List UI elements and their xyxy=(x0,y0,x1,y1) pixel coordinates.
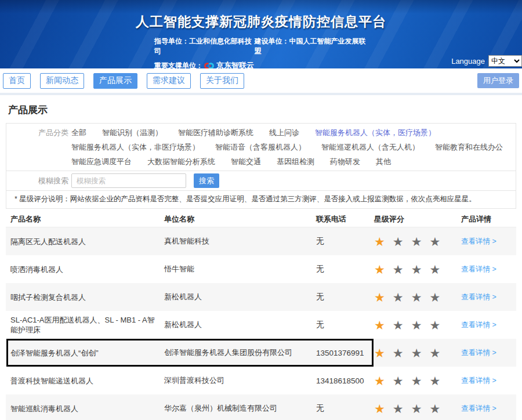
table-row-highlighted: 创泽智能服务机器人“创创” 创泽智能服务机器人集团股份有限公司 13501376… xyxy=(6,339,516,367)
product-name: 智能巡航消毒机器人 xyxy=(10,404,164,414)
star-rating: ★★★★ xyxy=(374,375,461,387)
contact-phone: 13418618500 xyxy=(316,376,374,385)
category-item-selected[interactable]: 智能服务机器人（实体，医疗场景） xyxy=(315,128,436,138)
view-details-link[interactable]: 查看详情 > xyxy=(461,237,496,245)
star-icon: ★ xyxy=(374,375,385,387)
table-row: 喷洒消毒机器人 悟牛智能 无 ★★★★ 查看详情 > xyxy=(6,255,516,283)
site-title: 人工智能支撑新冠肺炎疫情防控信息平台 xyxy=(0,0,522,31)
product-name: 创泽智能服务机器人“创创” xyxy=(10,348,164,358)
view-details-link[interactable]: 查看详情 > xyxy=(461,349,496,357)
category-item[interactable]: 智能巡逻机器人（含无人机） xyxy=(321,142,419,153)
contact-phone: 13501376991 xyxy=(316,349,374,357)
table-row: 咽拭子检测复合机器人 新松机器人 无 ★★★★ 查看详情 > xyxy=(6,283,516,311)
nav-about-button[interactable]: 关于我们 xyxy=(200,73,244,89)
view-details-link[interactable]: 查看详情 > xyxy=(461,321,496,329)
language-switcher: Language 中文 xyxy=(451,55,522,67)
product-name: SL-AC1-A医用配送机器人、SL - MB1 - A智能护理床 xyxy=(10,315,164,335)
star-icon: ★ xyxy=(411,347,422,359)
table-row: SL-AC1-A医用配送机器人、SL - MB1 - A智能护理床 新松机器人 … xyxy=(6,311,516,339)
star-icon: ★ xyxy=(393,347,404,359)
star-icon: ★ xyxy=(411,291,422,303)
category-item[interactable]: 线上问诊 xyxy=(269,128,299,138)
star-icon: ★ xyxy=(429,291,440,303)
category-item[interactable]: 智能交通 xyxy=(231,157,261,167)
user-login-button[interactable]: 用户登录 xyxy=(477,73,519,88)
star-icon: ★ xyxy=(393,375,404,387)
star-rating: ★★★★ xyxy=(374,403,461,415)
view-details-link[interactable]: 查看详情 > xyxy=(461,376,496,385)
product-name: 普渡科技智能递送机器人 xyxy=(10,376,164,386)
col-company-name: 单位名称 xyxy=(164,214,316,225)
rating-note: * 星级评分说明：网站依据企业的产品资料是否完整、是否提交应用证明、是否通过第三… xyxy=(6,190,516,208)
product-name: 喷洒消毒机器人 xyxy=(10,265,164,274)
nav-home-button[interactable]: 首页 xyxy=(3,73,31,89)
jdcloud-logo-icon xyxy=(204,61,214,68)
star-icon: ★ xyxy=(393,403,404,415)
category-item[interactable]: 智能教育和在线办公 xyxy=(435,142,503,153)
company-name: 悟牛智能 xyxy=(164,264,316,274)
star-icon: ★ xyxy=(429,236,440,248)
nav-suggestions-button[interactable]: 需求建议 xyxy=(147,73,191,89)
search-button[interactable]: 搜索 xyxy=(194,173,219,188)
company-name: 新松机器人 xyxy=(164,320,316,330)
table-row: 智能巡航消毒机器人 华尔嘉（泉州）机械制造有限公司 无 ★★★★ 查看详情 > xyxy=(6,394,516,420)
contact-phone: 无 xyxy=(316,320,374,330)
support-brand-text: 京东智联云 xyxy=(216,60,254,68)
star-icon: ★ xyxy=(411,403,422,415)
category-filter-label: 产品分类 xyxy=(6,124,71,140)
header-info: 指导单位：工业和信息化部科技司 建设单位：中国人工智能产业发展联盟 重要支撑单位… xyxy=(154,37,368,68)
category-item[interactable]: 大数据智能分析系统 xyxy=(147,157,215,167)
category-item[interactable]: 智能医疗辅助诊断系统 xyxy=(178,128,253,138)
company-name: 深圳普渡科技公司 xyxy=(164,375,316,386)
star-rating: ★★★★ xyxy=(374,319,461,331)
table-row: 隔离区无人配送机器人 真机智能科技 无 ★★★★ 查看详情 > xyxy=(6,227,516,255)
nav-news-button[interactable]: 新闻动态 xyxy=(40,73,84,89)
star-icon: ★ xyxy=(429,347,440,359)
col-product-name: 产品名称 xyxy=(10,214,164,225)
product-table: 产品名称 单位名称 联系电话 星级评分 产品详情 隔离区无人配送机器人 真机智能… xyxy=(6,212,516,420)
category-item[interactable]: 药物研发 xyxy=(330,157,360,167)
company-name: 华尔嘉（泉州）机械制造有限公司 xyxy=(164,403,316,414)
category-item[interactable]: 全部 xyxy=(71,128,86,138)
star-rating: ★★★★ xyxy=(374,263,461,276)
contact-phone: 无 xyxy=(316,292,374,302)
category-item[interactable]: 其他 xyxy=(376,157,391,167)
category-item[interactable]: 智能语音（含客服机器人） xyxy=(215,142,306,153)
company-name: 新松机器人 xyxy=(164,292,316,302)
language-select[interactable]: 中文 xyxy=(488,55,522,67)
star-icon: ★ xyxy=(374,291,385,303)
category-item[interactable]: 智能应急调度平台 xyxy=(71,157,132,167)
build-unit-text: 建设单位：中国人工智能产业发展联盟 xyxy=(255,37,368,56)
table-header: 产品名称 单位名称 联系电话 星级评分 产品详情 xyxy=(6,212,516,227)
contact-phone: 无 xyxy=(316,264,374,274)
view-details-link[interactable]: 查看详情 > xyxy=(461,265,496,273)
category-item[interactable]: 智能服务机器人（实体，非医疗场景） xyxy=(71,142,200,153)
nav-products-button[interactable]: 产品展示 xyxy=(93,73,137,89)
star-icon: ★ xyxy=(393,263,404,276)
main-navbar: 首页 新闻动态 产品展示 需求建议 关于我们 用户登录 xyxy=(0,68,522,95)
table-row: 普渡科技智能递送机器人 深圳普渡科技公司 13418618500 ★★★★ 查看… xyxy=(6,367,516,394)
star-rating: ★★★★ xyxy=(374,291,461,303)
search-input[interactable] xyxy=(71,173,186,188)
category-filter-row: 产品分类 全部 智能识别（温测） 智能医疗辅助诊断系统 线上问诊 智能服务机器人… xyxy=(6,124,516,171)
guide-unit-text: 指导单位：工业和信息化部科技司 xyxy=(154,37,255,56)
star-icon: ★ xyxy=(374,319,385,331)
product-name: 隔离区无人配送机器人 xyxy=(10,237,164,247)
view-details-link[interactable]: 查看详情 > xyxy=(461,293,496,301)
star-icon: ★ xyxy=(429,403,440,415)
page-title: 产品展示 xyxy=(8,103,514,117)
star-icon: ★ xyxy=(411,319,422,331)
star-rating: ★★★★ xyxy=(374,236,461,248)
category-item[interactable]: 基因组检测 xyxy=(277,157,314,167)
col-phone: 联系电话 xyxy=(316,214,374,225)
company-name: 创泽智能服务机器人集团股份有限公司 xyxy=(164,347,316,358)
star-icon: ★ xyxy=(429,319,440,331)
view-details-link[interactable]: 查看详情 > xyxy=(461,404,496,412)
search-row: 模糊搜索 搜索 xyxy=(6,171,516,190)
star-rating: ★★★★ xyxy=(374,347,461,359)
star-icon: ★ xyxy=(374,236,385,248)
contact-phone: 无 xyxy=(316,236,374,247)
company-name: 真机智能科技 xyxy=(164,236,316,247)
star-icon: ★ xyxy=(411,236,422,248)
category-item[interactable]: 智能识别（温测） xyxy=(102,128,162,138)
